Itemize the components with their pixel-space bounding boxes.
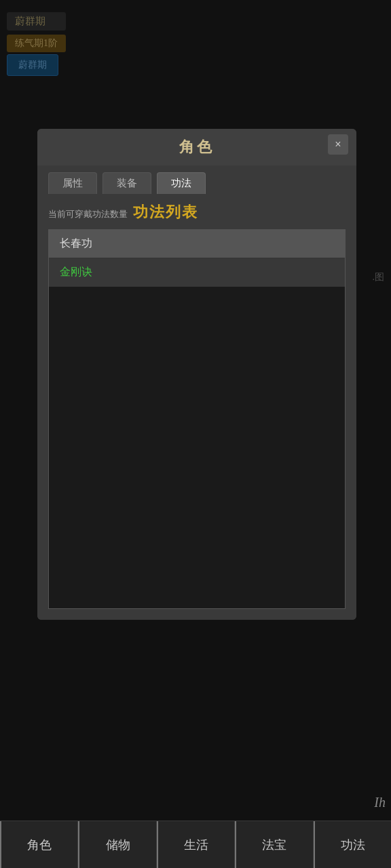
modal-tabs: 属性 装备 功法 [37,165,356,194]
skill-name-changchun: 长春功 [60,237,92,249]
nav-skills[interactable]: 功法 [314,821,391,868]
bottom-right-decoration: Ih [374,795,386,810]
skill-item-changchun[interactable]: 长春功 [49,230,345,258]
skills-list[interactable]: 长春功 金刚诀 [48,229,346,609]
tab-attributes[interactable]: 属性 [48,172,97,194]
skill-item-jingang[interactable]: 金刚诀 [49,258,345,287]
skill-name-jingang: 金刚诀 [60,266,92,277]
nav-treasure[interactable]: 法宝 [235,821,313,868]
character-modal: 角色 × 属性 装备 功法 当前可穿戴功法数量 功法列表 长春功 金刚诀 [37,129,356,620]
modal-header: 角色 × [37,129,356,165]
tab-skills[interactable]: 功法 [157,172,206,194]
nav-storage[interactable]: 储物 [78,821,156,868]
skills-header: 当前可穿戴功法数量 功法列表 [48,202,346,222]
modal-close-button[interactable]: × [328,134,348,155]
modal-title: 角色 [179,137,215,157]
skills-note: 当前可穿戴功法数量 [48,208,128,220]
modal-body: 当前可穿戴功法数量 功法列表 长春功 金刚诀 [37,194,356,620]
nav-life[interactable]: 生活 [157,821,235,868]
nav-character[interactable]: 角色 [0,821,78,868]
skills-title: 功法列表 [133,202,198,222]
tab-equipment[interactable]: 装备 [103,172,151,194]
bottom-nav: 角色 储物 生活 法宝 功法 [0,821,391,868]
